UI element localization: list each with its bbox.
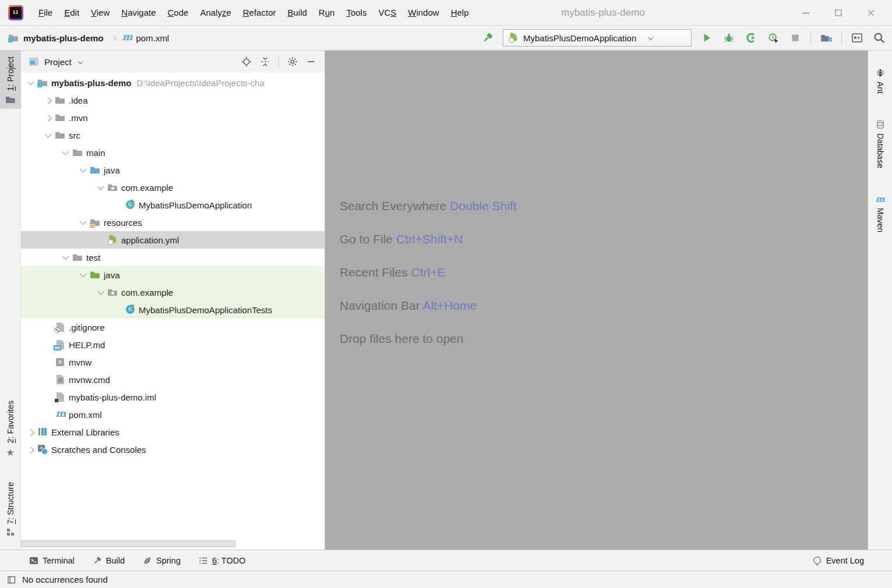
menu-analyze[interactable]: Analyze xyxy=(194,5,237,20)
menu-refactor[interactable]: Refactor xyxy=(237,5,282,20)
debug-button[interactable] xyxy=(722,31,736,45)
tool-window-tab-ant[interactable]: Ant xyxy=(876,68,885,94)
tree-chevron[interactable] xyxy=(24,76,37,89)
tree-chevron[interactable] xyxy=(42,321,55,334)
build-hammer-icon[interactable] xyxy=(481,31,495,45)
project-structure-button[interactable] xyxy=(819,31,833,45)
tree-row[interactable]: com.example xyxy=(21,179,325,196)
tool-window-tab-favorites[interactable]: 2: Favorites ★ xyxy=(0,395,21,463)
run-with-coverage-button[interactable] xyxy=(744,31,758,45)
tool-window-tab-maven[interactable]: m Maven xyxy=(876,194,885,232)
run-button[interactable] xyxy=(700,31,714,45)
stop-button xyxy=(788,31,802,45)
tree-chevron[interactable] xyxy=(24,443,37,456)
tree-row[interactable]: test xyxy=(21,249,325,266)
tree-row[interactable]: mybatis-plus-demo.iml xyxy=(21,388,325,406)
tree-row[interactable]: resources xyxy=(21,214,325,231)
tree-chevron[interactable] xyxy=(77,216,90,229)
tree-row[interactable]: src xyxy=(21,126,325,144)
menu-tools[interactable]: Tools xyxy=(340,5,372,20)
tree-row[interactable]: HELP.md xyxy=(21,336,325,353)
tab-label: 2: Favorites xyxy=(6,401,15,443)
tree-row[interactable]: .mvn xyxy=(21,109,325,126)
tree-row[interactable]: .gitignore xyxy=(21,318,325,336)
tree-row[interactable]: java xyxy=(21,161,325,179)
tree-chevron[interactable] xyxy=(94,181,107,194)
close-button[interactable] xyxy=(855,0,887,26)
tool-window-tab-spring[interactable]: Spring xyxy=(143,556,181,565)
tree-chevron[interactable] xyxy=(42,408,55,421)
tree-chevron[interactable] xyxy=(112,199,125,211)
tool-window-tab-structure[interactable]: 7: Structure xyxy=(0,476,21,541)
breadcrumb-project[interactable]: mybatis-plus-demo xyxy=(23,33,104,43)
menu-edit[interactable]: Edit xyxy=(58,5,85,20)
profiler-button[interactable] xyxy=(766,31,780,45)
tree-row[interactable]: MybatisPlusDemoApplicationTests xyxy=(21,301,325,318)
tree-chevron[interactable] xyxy=(42,373,55,386)
menu-vcs[interactable]: VCS xyxy=(372,5,402,20)
tree-item-icon xyxy=(72,148,83,157)
event-log-button[interactable]: Event Log xyxy=(813,556,864,565)
tool-window-tab-database[interactable]: Database xyxy=(876,120,885,168)
settings-gear-icon[interactable] xyxy=(285,54,300,69)
spring-leaf-icon xyxy=(143,556,152,565)
tool-window-tab-todo[interactable]: 6: TODO xyxy=(199,556,246,565)
menu-navigate[interactable]: Navigate xyxy=(115,5,161,20)
hide-panel-button[interactable] xyxy=(304,54,319,69)
collapse-all-button[interactable] xyxy=(258,54,273,69)
tool-window-toggle-icon[interactable] xyxy=(7,575,16,585)
menu-bar: File Edit View Navigate Code Analyze Ref… xyxy=(33,5,475,20)
tree-chevron[interactable] xyxy=(77,164,90,176)
maven-icon: m xyxy=(876,194,885,204)
tree-row[interactable]: com.example xyxy=(21,284,325,301)
menu-view[interactable]: View xyxy=(85,5,115,20)
breadcrumb-file[interactable]: pom.xml xyxy=(136,33,170,43)
editor-area[interactable]: Search Everywhere Double Shift Go to Fil… xyxy=(325,51,868,550)
tree-chevron[interactable] xyxy=(42,129,55,141)
locate-file-button[interactable] xyxy=(239,54,254,69)
tree-chevron[interactable] xyxy=(42,338,55,351)
tree-row[interactable]: mvnw xyxy=(21,353,325,371)
tree-chevron[interactable] xyxy=(59,251,72,264)
tree-row[interactable]: Scratches and Consoles xyxy=(21,441,325,458)
tree-chevron[interactable] xyxy=(42,356,55,369)
tree-row[interactable]: External Libraries xyxy=(21,423,325,441)
run-anything-button[interactable] xyxy=(850,31,864,45)
tree-row[interactable]: .idea xyxy=(21,91,325,109)
tree-chevron[interactable] xyxy=(24,426,37,438)
menu-code[interactable]: Code xyxy=(162,5,195,20)
tree-row[interactable]: MybatisPlusDemoApplication xyxy=(21,196,325,214)
label-part: indow xyxy=(416,8,439,17)
tree-row[interactable]: mvnw.cmd xyxy=(21,371,325,388)
menu-window[interactable]: Window xyxy=(402,5,445,20)
tree-chevron[interactable] xyxy=(94,286,107,299)
run-configuration-select[interactable]: MybatisPlusDemoApplication xyxy=(503,29,692,47)
tree-chevron[interactable] xyxy=(94,233,107,246)
tree-chevron[interactable] xyxy=(42,94,55,107)
tab-label: Spring xyxy=(156,556,181,565)
tree-chevron[interactable] xyxy=(42,391,55,403)
minimize-button[interactable] xyxy=(789,0,822,26)
tree-row[interactable]: java xyxy=(21,266,325,284)
menu-build[interactable]: Build xyxy=(281,5,312,20)
horizontal-scrollbar[interactable] xyxy=(21,540,235,547)
tree-chevron[interactable] xyxy=(112,303,125,316)
tree-chevron[interactable] xyxy=(77,268,90,281)
project-panel-title[interactable]: Project xyxy=(44,57,72,67)
label-part: ools xyxy=(351,8,367,17)
tree-row[interactable]: mybatis-plus-demo D:\IdeaProjects\IdeaPr… xyxy=(21,74,325,91)
tool-window-tab-terminal[interactable]: Terminal xyxy=(29,556,75,565)
tree-chevron[interactable] xyxy=(59,146,72,159)
tool-window-tab-build[interactable]: Build xyxy=(93,556,125,565)
tree-row[interactable]: pom.xml xyxy=(21,406,325,423)
tree-row[interactable]: main xyxy=(21,144,325,161)
menu-file[interactable]: File xyxy=(33,5,58,20)
status-bar: No occurrences found xyxy=(0,571,892,588)
tool-window-tab-project[interactable]: 1: Project xyxy=(0,51,21,109)
menu-run[interactable]: Run xyxy=(313,5,341,20)
tree-chevron[interactable] xyxy=(42,111,55,124)
menu-help[interactable]: Help xyxy=(445,5,475,20)
maximize-button[interactable] xyxy=(822,0,855,26)
search-everywhere-button[interactable] xyxy=(872,31,886,45)
tree-row-selected[interactable]: application.yml xyxy=(21,231,325,249)
